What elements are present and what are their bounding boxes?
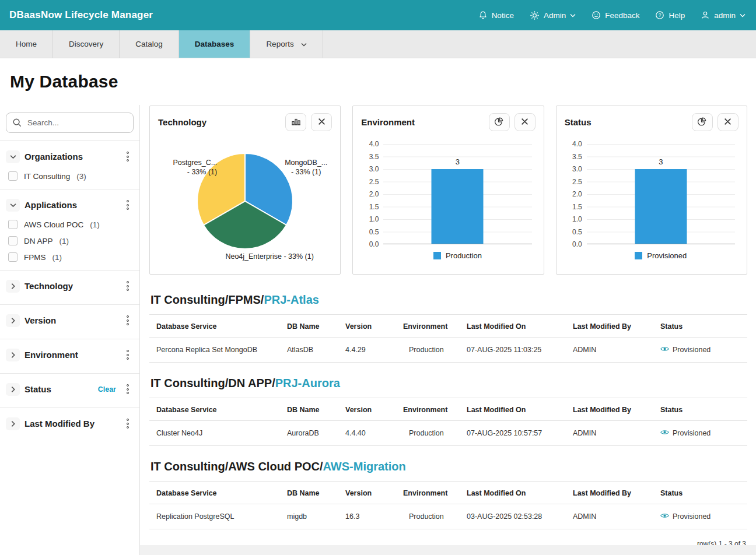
pie-slice-label-postgres: Postgres_C... - 33% (1) bbox=[173, 158, 217, 177]
chevron-down-icon bbox=[570, 13, 576, 17]
column-header[interactable]: Database Service bbox=[149, 315, 282, 338]
facet-item-dn-app[interactable]: DN APP (1) bbox=[8, 236, 134, 245]
column-header[interactable]: Status bbox=[656, 482, 747, 504]
user-label: admin bbox=[714, 11, 736, 20]
column-header[interactable]: Last Modified On bbox=[462, 482, 568, 504]
cell-db-name: AuroraDB bbox=[282, 421, 341, 446]
expand-chevron-icon[interactable] bbox=[6, 383, 20, 396]
y-axis-ticks: 4.03.53.02.52.01.51.00.50.0 bbox=[565, 140, 582, 248]
column-header[interactable]: Status bbox=[656, 398, 747, 421]
project-link[interactable]: PRJ-Aurora bbox=[275, 377, 340, 389]
gear-icon bbox=[530, 10, 540, 20]
facet-item-count: (1) bbox=[90, 220, 100, 229]
column-header[interactable]: Database Service bbox=[149, 398, 282, 421]
legend-label: Production bbox=[446, 251, 482, 260]
tab-reports[interactable]: Reports bbox=[250, 30, 323, 58]
close-chart-button[interactable] bbox=[311, 113, 332, 131]
group-heading-prefix: IT Consulting/DN APP/ bbox=[150, 377, 275, 389]
column-header[interactable]: Last Modified On bbox=[462, 398, 568, 421]
technology-chart-card: Technology Postgre bbox=[149, 106, 341, 275]
pie-slice-label-neo4j: Neo4j_Enterprise - 33% (1) bbox=[225, 252, 313, 261]
kebab-menu-icon[interactable] bbox=[123, 313, 132, 328]
report-group-aws-migration: IT Consulting/AWS Cloud POC/AWS-Migratio… bbox=[149, 460, 747, 529]
collapse-chevron-icon[interactable] bbox=[6, 199, 20, 212]
cell-environment: Production bbox=[398, 338, 462, 363]
column-header[interactable]: Status bbox=[656, 315, 747, 338]
clear-facet-link[interactable]: Clear bbox=[98, 385, 116, 394]
main-content: Technology Postgre bbox=[140, 105, 756, 555]
toggle-pie-chart-button[interactable] bbox=[692, 113, 713, 131]
tab-catalog[interactable]: Catalog bbox=[120, 30, 179, 58]
facet-item-aws-cloud-poc[interactable]: AWS Cloud POC (1) bbox=[8, 220, 134, 229]
cell-status: Provisioned bbox=[656, 338, 747, 363]
group-heading: IT Consulting/AWS Cloud POC/AWS-Migratio… bbox=[149, 460, 747, 482]
expand-chevron-icon[interactable] bbox=[6, 280, 20, 293]
column-header[interactable]: Last Modified On bbox=[462, 315, 568, 338]
facet-status: Status Clear bbox=[0, 373, 139, 408]
checkbox[interactable] bbox=[8, 220, 18, 229]
column-header[interactable]: Last Modified By bbox=[568, 398, 656, 421]
chart-card-title: Environment bbox=[361, 117, 415, 127]
close-chart-button[interactable] bbox=[514, 113, 536, 131]
facet-item-fpms[interactable]: FPMS (1) bbox=[8, 252, 134, 262]
column-header[interactable]: Last Modified By bbox=[568, 482, 656, 504]
plot-area: 3 bbox=[587, 144, 735, 244]
facet-item-it-consulting[interactable]: IT Consulting (3) bbox=[8, 171, 134, 181]
group-heading: IT Consulting/DN APP/PRJ-Aurora bbox=[149, 377, 747, 398]
column-header[interactable]: DB Name bbox=[282, 398, 341, 421]
group-heading-prefix: IT Consulting/AWS Cloud POC/ bbox=[150, 460, 323, 473]
admin-menu-item[interactable]: Admin bbox=[530, 10, 576, 20]
close-chart-button[interactable] bbox=[718, 113, 738, 131]
project-link[interactable]: PRJ-Atlas bbox=[264, 293, 318, 306]
tab-databases[interactable]: Databases bbox=[179, 30, 251, 58]
kebab-menu-icon[interactable] bbox=[123, 149, 132, 164]
status-bar-chart: 4.03.53.02.52.01.51.00.50.0 3 Provisione… bbox=[565, 131, 738, 266]
column-header[interactable]: DB Name bbox=[282, 482, 341, 504]
cell-database-service: Cluster Neo4J bbox=[149, 421, 282, 446]
column-header[interactable]: Version bbox=[341, 315, 398, 338]
toggle-bar-chart-button[interactable] bbox=[285, 113, 306, 131]
facet-environment: Environment bbox=[0, 339, 139, 373]
table-row[interactable]: Cluster Neo4J AuroraDB 4.4.40 Production… bbox=[149, 421, 747, 446]
collapse-chevron-icon[interactable] bbox=[6, 150, 20, 163]
notice-menu-item[interactable]: Notice bbox=[478, 10, 514, 20]
help-icon: ? bbox=[655, 10, 664, 20]
toggle-pie-chart-button[interactable] bbox=[489, 113, 510, 131]
expand-chevron-icon[interactable] bbox=[6, 349, 20, 361]
table-row[interactable]: Replication PostgreSQL migdb 16.3 Produc… bbox=[149, 504, 747, 529]
column-header[interactable]: Last Modified By bbox=[568, 315, 656, 338]
column-header[interactable]: Version bbox=[341, 482, 398, 504]
bar-chart-icon bbox=[291, 117, 301, 128]
column-header[interactable]: Environment bbox=[398, 482, 462, 504]
kebab-menu-icon[interactable] bbox=[123, 382, 132, 396]
kebab-menu-icon[interactable] bbox=[123, 347, 132, 362]
environment-bar-chart: 4.03.53.02.52.01.51.00.50.0 3 Production bbox=[361, 131, 535, 266]
kebab-menu-icon[interactable] bbox=[123, 416, 132, 431]
feedback-menu-item[interactable]: Feedback bbox=[592, 10, 639, 20]
checkbox[interactable] bbox=[8, 252, 18, 262]
column-header[interactable]: Environment bbox=[398, 398, 462, 421]
user-menu-item[interactable]: admin bbox=[701, 10, 746, 20]
kebab-menu-icon[interactable] bbox=[123, 279, 132, 293]
facet-organizations: Organizations IT Consulting (3) bbox=[0, 140, 139, 189]
search-input[interactable] bbox=[6, 113, 134, 133]
report-group-prj-atlas: IT Consulting/FPMS/PRJ-Atlas Database Se… bbox=[149, 293, 747, 363]
kebab-menu-icon[interactable] bbox=[123, 198, 132, 212]
bar-provisioned[interactable]: 3 bbox=[635, 169, 687, 244]
checkbox[interactable] bbox=[8, 171, 18, 181]
help-menu-item[interactable]: ? Help bbox=[655, 10, 685, 20]
status-badge: Provisioned bbox=[673, 512, 710, 521]
tab-discovery[interactable]: Discovery bbox=[53, 30, 120, 58]
table-row[interactable]: Percona Replica Set MongoDB AtlasDB 4.4.… bbox=[149, 338, 747, 363]
project-link[interactable]: AWS-Migration bbox=[323, 460, 406, 473]
column-header[interactable]: Database Service bbox=[149, 482, 282, 504]
expand-chevron-icon[interactable] bbox=[6, 314, 20, 327]
bar-production[interactable]: 3 bbox=[432, 169, 484, 244]
expand-chevron-icon[interactable] bbox=[6, 417, 20, 430]
checkbox[interactable] bbox=[8, 236, 18, 245]
tab-home[interactable]: Home bbox=[0, 30, 53, 58]
column-header[interactable]: Version bbox=[341, 398, 398, 421]
column-header[interactable]: DB Name bbox=[282, 315, 341, 338]
facet-item-count: (3) bbox=[76, 172, 86, 181]
column-header[interactable]: Environment bbox=[398, 315, 462, 338]
